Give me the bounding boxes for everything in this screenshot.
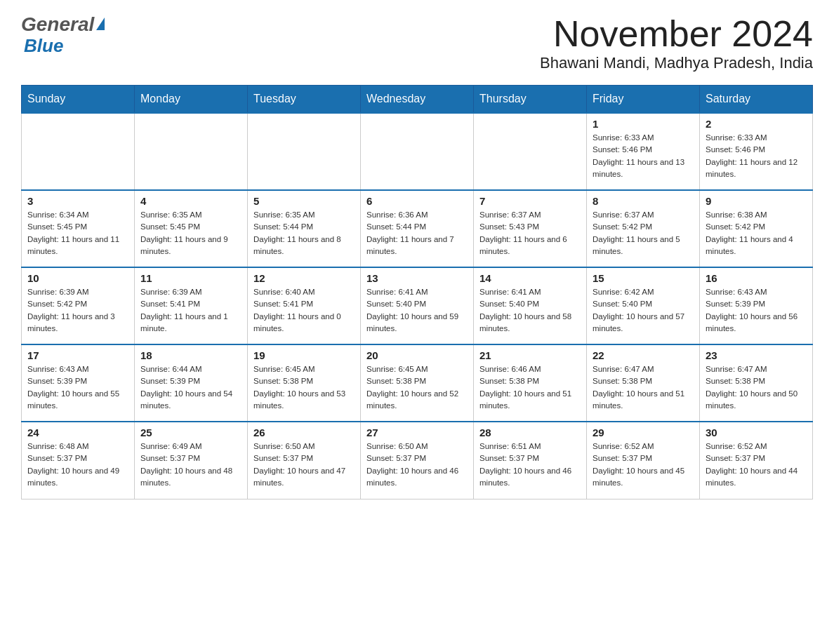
table-row: 13 Sunrise: 6:41 AMSunset: 5:40 PMDaylig…	[361, 267, 474, 344]
table-row	[474, 113, 587, 190]
table-row: 30 Sunrise: 6:52 AMSunset: 5:37 PMDaylig…	[700, 422, 813, 499]
day-number: 19	[253, 349, 355, 361]
table-row: 17 Sunrise: 6:43 AMSunset: 5:39 PMDaylig…	[22, 344, 135, 422]
day-number: 20	[366, 349, 468, 361]
table-row: 21 Sunrise: 6:46 AMSunset: 5:38 PMDaylig…	[474, 344, 587, 422]
day-info: Sunrise: 6:46 AMSunset: 5:38 PMDaylight:…	[479, 363, 581, 412]
day-number: 22	[593, 349, 694, 361]
day-number: 26	[253, 427, 355, 438]
table-row	[135, 113, 248, 190]
calendar-week-row: 3 Sunrise: 6:34 AMSunset: 5:45 PMDayligh…	[22, 190, 813, 267]
table-row: 1 Sunrise: 6:33 AMSunset: 5:46 PMDayligh…	[587, 113, 700, 190]
day-info: Sunrise: 6:37 AMSunset: 5:42 PMDaylight:…	[593, 209, 694, 257]
day-number: 2	[706, 118, 807, 130]
table-row: 11 Sunrise: 6:39 AMSunset: 5:41 PMDaylig…	[135, 267, 248, 344]
day-info: Sunrise: 6:52 AMSunset: 5:37 PMDaylight:…	[593, 441, 694, 489]
day-info: Sunrise: 6:37 AMSunset: 5:43 PMDaylight:…	[479, 209, 581, 257]
calendar-week-row: 10 Sunrise: 6:39 AMSunset: 5:42 PMDaylig…	[22, 267, 813, 344]
day-info: Sunrise: 6:49 AMSunset: 5:37 PMDaylight:…	[140, 441, 241, 489]
day-info: Sunrise: 6:50 AMSunset: 5:37 PMDaylight:…	[366, 441, 468, 489]
day-info: Sunrise: 6:51 AMSunset: 5:37 PMDaylight:…	[479, 441, 581, 489]
calendar-week-row: 17 Sunrise: 6:43 AMSunset: 5:39 PMDaylig…	[22, 344, 813, 422]
day-number: 1	[593, 118, 694, 130]
day-number: 30	[706, 427, 807, 438]
day-number: 13	[366, 272, 468, 284]
table-row: 5 Sunrise: 6:35 AMSunset: 5:44 PMDayligh…	[248, 190, 361, 267]
day-info: Sunrise: 6:47 AMSunset: 5:38 PMDaylight:…	[593, 363, 694, 412]
day-info: Sunrise: 6:36 AMSunset: 5:44 PMDaylight:…	[366, 209, 468, 257]
table-row: 14 Sunrise: 6:41 AMSunset: 5:40 PMDaylig…	[474, 267, 587, 344]
header-sunday: Sunday	[22, 86, 135, 114]
day-number: 14	[479, 272, 581, 284]
table-row: 23 Sunrise: 6:47 AMSunset: 5:38 PMDaylig…	[700, 344, 813, 422]
table-row: 19 Sunrise: 6:45 AMSunset: 5:38 PMDaylig…	[248, 344, 361, 422]
day-number: 6	[366, 195, 468, 207]
day-info: Sunrise: 6:43 AMSunset: 5:39 PMDaylight:…	[27, 363, 128, 412]
page-title: November 2024	[540, 14, 813, 54]
calendar-table: Sunday Monday Tuesday Wednesday Thursday…	[21, 85, 813, 499]
day-info: Sunrise: 6:50 AMSunset: 5:37 PMDaylight:…	[253, 441, 355, 489]
day-number: 28	[479, 427, 581, 438]
table-row: 22 Sunrise: 6:47 AMSunset: 5:38 PMDaylig…	[587, 344, 700, 422]
day-info: Sunrise: 6:35 AMSunset: 5:45 PMDaylight:…	[140, 209, 241, 257]
day-number: 7	[479, 195, 581, 207]
day-number: 21	[479, 349, 581, 361]
day-number: 16	[706, 272, 807, 284]
table-row: 8 Sunrise: 6:37 AMSunset: 5:42 PMDayligh…	[587, 190, 700, 267]
header: General Blue November 2024 Bhawani Mandi…	[21, 14, 813, 72]
day-number: 18	[140, 349, 241, 361]
table-row: 29 Sunrise: 6:52 AMSunset: 5:37 PMDaylig…	[587, 422, 700, 499]
day-info: Sunrise: 6:39 AMSunset: 5:42 PMDaylight:…	[27, 286, 128, 335]
table-row: 4 Sunrise: 6:35 AMSunset: 5:45 PMDayligh…	[135, 190, 248, 267]
header-wednesday: Wednesday	[361, 86, 474, 114]
calendar-week-row: 24 Sunrise: 6:48 AMSunset: 5:37 PMDaylig…	[22, 422, 813, 499]
day-info: Sunrise: 6:34 AMSunset: 5:45 PMDaylight:…	[27, 209, 128, 257]
day-number: 5	[253, 195, 355, 207]
day-number: 9	[706, 195, 807, 207]
table-row: 20 Sunrise: 6:45 AMSunset: 5:38 PMDaylig…	[361, 344, 474, 422]
table-row: 25 Sunrise: 6:49 AMSunset: 5:37 PMDaylig…	[135, 422, 248, 499]
table-row: 3 Sunrise: 6:34 AMSunset: 5:45 PMDayligh…	[22, 190, 135, 267]
header-saturday: Saturday	[700, 86, 813, 114]
day-number: 12	[253, 272, 355, 284]
table-row: 12 Sunrise: 6:40 AMSunset: 5:41 PMDaylig…	[248, 267, 361, 344]
day-number: 25	[140, 427, 241, 438]
header-friday: Friday	[587, 86, 700, 114]
table-row: 16 Sunrise: 6:43 AMSunset: 5:39 PMDaylig…	[700, 267, 813, 344]
table-row: 2 Sunrise: 6:33 AMSunset: 5:46 PMDayligh…	[700, 113, 813, 190]
day-info: Sunrise: 6:47 AMSunset: 5:38 PMDaylight:…	[706, 363, 807, 412]
day-info: Sunrise: 6:43 AMSunset: 5:39 PMDaylight:…	[706, 286, 807, 335]
logo-general: General	[21, 14, 94, 36]
day-number: 3	[27, 195, 128, 207]
title-area: November 2024 Bhawani Mandi, Madhya Prad…	[540, 14, 813, 72]
table-row: 24 Sunrise: 6:48 AMSunset: 5:37 PMDaylig…	[22, 422, 135, 499]
header-tuesday: Tuesday	[248, 86, 361, 114]
header-thursday: Thursday	[474, 86, 587, 114]
day-number: 27	[366, 427, 468, 438]
day-info: Sunrise: 6:45 AMSunset: 5:38 PMDaylight:…	[366, 363, 468, 412]
day-number: 4	[140, 195, 241, 207]
table-row: 27 Sunrise: 6:50 AMSunset: 5:37 PMDaylig…	[361, 422, 474, 499]
day-info: Sunrise: 6:33 AMSunset: 5:46 PMDaylight:…	[706, 132, 807, 180]
calendar-week-row: 1 Sunrise: 6:33 AMSunset: 5:46 PMDayligh…	[22, 113, 813, 190]
day-number: 11	[140, 272, 241, 284]
table-row: 18 Sunrise: 6:44 AMSunset: 5:39 PMDaylig…	[135, 344, 248, 422]
table-row: 10 Sunrise: 6:39 AMSunset: 5:42 PMDaylig…	[22, 267, 135, 344]
day-number: 29	[593, 427, 694, 438]
day-number: 8	[593, 195, 694, 207]
day-info: Sunrise: 6:41 AMSunset: 5:40 PMDaylight:…	[366, 286, 468, 335]
day-info: Sunrise: 6:35 AMSunset: 5:44 PMDaylight:…	[253, 209, 355, 257]
table-row: 9 Sunrise: 6:38 AMSunset: 5:42 PMDayligh…	[700, 190, 813, 267]
table-row: 6 Sunrise: 6:36 AMSunset: 5:44 PMDayligh…	[361, 190, 474, 267]
table-row: 28 Sunrise: 6:51 AMSunset: 5:37 PMDaylig…	[474, 422, 587, 499]
table-row	[22, 113, 135, 190]
logo: General Blue	[21, 14, 105, 55]
day-info: Sunrise: 6:52 AMSunset: 5:37 PMDaylight:…	[706, 441, 807, 489]
table-row: 15 Sunrise: 6:42 AMSunset: 5:40 PMDaylig…	[587, 267, 700, 344]
table-row: 26 Sunrise: 6:50 AMSunset: 5:37 PMDaylig…	[248, 422, 361, 499]
page-subtitle: Bhawani Mandi, Madhya Pradesh, India	[540, 54, 813, 72]
day-number: 10	[27, 272, 128, 284]
logo-triangle-icon	[96, 18, 105, 30]
day-info: Sunrise: 6:48 AMSunset: 5:37 PMDaylight:…	[27, 441, 128, 489]
day-info: Sunrise: 6:40 AMSunset: 5:41 PMDaylight:…	[253, 286, 355, 335]
